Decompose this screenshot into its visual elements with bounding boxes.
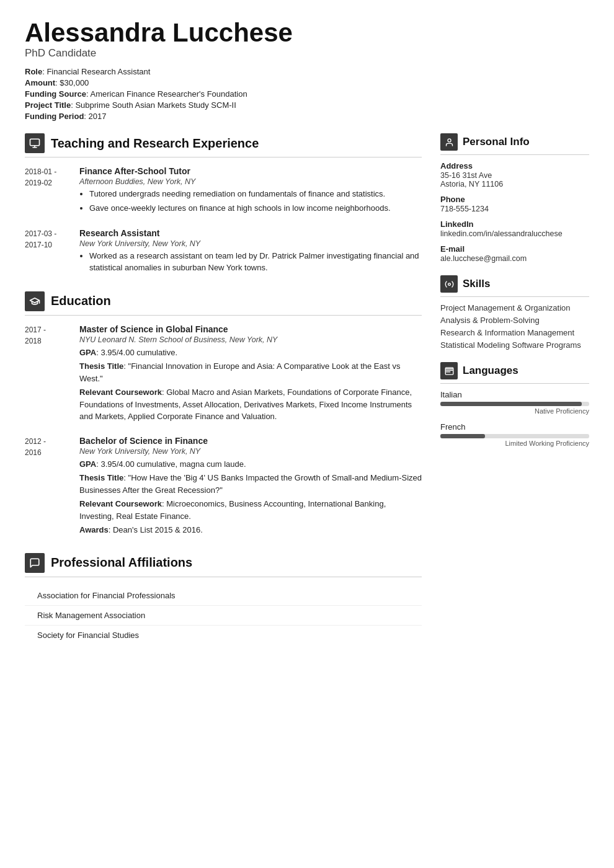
affiliations-section-title: Professional Affiliations	[51, 556, 192, 570]
affiliations-icon	[25, 553, 45, 573]
language-italian: Italian Native Proficiency	[440, 390, 589, 415]
personal-icon	[440, 133, 458, 151]
teaching-icon	[25, 133, 45, 153]
affiliations-section: Professional Affiliations Association fo…	[25, 553, 422, 645]
lang-bar-fill-french	[440, 434, 485, 438]
affiliation-2: Risk Management Association	[25, 606, 422, 626]
entry-date-2: 2017-03 -2017-10	[25, 228, 69, 277]
right-column: Personal Info Address 35-16 31st AveAsto…	[440, 133, 589, 659]
header-meta: Role: Financial Research Assistant Amoun…	[25, 67, 589, 121]
teaching-entry-2: 2017-03 -2017-10 Research Assistant New …	[25, 228, 422, 277]
affiliation-1: Association for Financial Professionals	[25, 586, 422, 606]
skills-icon	[440, 275, 458, 293]
amount-label: Amount	[25, 78, 55, 87]
edu-body-2: GPA: 3.95/4.00 cumulative, magna cum lau…	[79, 458, 422, 536]
edu-content-1: Master of Science in Global Finance NYU …	[79, 324, 422, 425]
entry-bullets-2: Worked as a research assistant on team l…	[89, 250, 422, 274]
languages-icon	[440, 362, 458, 379]
funding-value: American Finance Researcher's Foundation	[90, 89, 247, 99]
entry-org-1: Afternoon Buddies, New York, NY	[79, 177, 422, 186]
linkedin-label: LinkedIn	[440, 219, 589, 229]
project-value: Subprime South Asian Markets Study SCM-I…	[75, 100, 236, 110]
bullet-1-2: Gave once-weekly lectures on finance at …	[89, 203, 422, 215]
edu-title-2: Bachelor of Science in Finance	[79, 436, 422, 446]
languages-section-title: Languages	[463, 365, 518, 377]
personal-section-title: Personal Info	[463, 136, 530, 148]
affiliation-3: Society for Financial Studies	[25, 626, 422, 645]
edu-date-2: 2012 -2016	[25, 436, 69, 538]
left-column: Teaching and Research Experience 2018-01…	[25, 133, 422, 659]
skill-3: Research & Information Management	[440, 328, 589, 337]
funding-label: Funding Source	[25, 89, 86, 99]
entry-title-2: Research Assistant	[79, 228, 422, 238]
amount-value: $30,000	[60, 78, 89, 87]
bullet-2-1: Worked as a research assistant on team l…	[89, 250, 422, 274]
email-value: ale.lucchese@gmail.com	[440, 254, 589, 263]
linkedin-block: LinkedIn linkedin.com/in/alessandralucch…	[440, 219, 589, 238]
period-label: Funding Period	[25, 112, 84, 121]
teaching-entry-1: 2018-01 -2019-02 Finance After-School Tu…	[25, 166, 422, 217]
role-value: Financial Research Assistant	[47, 67, 150, 76]
edu-org-2: New York University, New York, NY	[79, 447, 422, 456]
edu-date-1: 2017 -2018	[25, 324, 69, 425]
candidate-name: Alessandra Lucchese	[25, 19, 589, 47]
language-french: French Limited Working Proficiency	[440, 422, 589, 447]
edu-content-2: Bachelor of Science in Finance New York …	[79, 436, 422, 538]
skill-4: Statistical Modeling Software Programs	[440, 340, 589, 350]
project-label: Project Title	[25, 100, 71, 110]
svg-point-3	[448, 139, 451, 142]
address-value: 35-16 31st AveAstoria, NY 11106	[440, 171, 589, 188]
address-label: Address	[440, 161, 589, 170]
period-value: 2017	[89, 112, 107, 121]
role-label: Role	[25, 67, 42, 76]
teaching-section: Teaching and Research Experience 2018-01…	[25, 133, 422, 276]
edu-title-1: Master of Science in Global Finance	[79, 324, 422, 334]
teaching-section-title: Teaching and Research Experience	[51, 136, 259, 151]
edu-org-1: NYU Leonard N. Stern School of Business,…	[79, 335, 422, 344]
skill-2: Analysis & Problem-Solving	[440, 316, 589, 325]
education-entry-1: 2017 -2018 Master of Science in Global F…	[25, 324, 422, 425]
lang-name-french: French	[440, 422, 589, 432]
linkedin-value: linkedin.com/in/alessandralucchese	[440, 229, 589, 238]
svg-rect-0	[30, 139, 40, 146]
resume-header: Alessandra Lucchese PhD Candidate Role: …	[25, 19, 589, 121]
entry-title-1: Finance After-School Tutor	[79, 166, 422, 176]
entry-bullets-1: Tutored undergrads needing remediation o…	[89, 188, 422, 215]
education-icon	[25, 291, 45, 311]
lang-level-italian: Native Proficiency	[440, 407, 589, 415]
education-section: Education 2017 -2018 Master of Science i…	[25, 291, 422, 538]
phone-block: Phone 718-555-1234	[440, 195, 589, 213]
personal-info-section: Personal Info Address 35-16 31st AveAsto…	[440, 133, 589, 263]
entry-org-2: New York University, New York, NY	[79, 239, 422, 248]
svg-point-4	[448, 283, 450, 285]
education-section-title: Education	[51, 294, 111, 308]
lang-bar-fill-italian	[440, 402, 582, 406]
lang-bar-bg-italian	[440, 402, 589, 406]
email-label: E-mail	[440, 244, 589, 254]
phone-label: Phone	[440, 195, 589, 204]
skill-1: Project Management & Organization	[440, 303, 589, 312]
bullet-1-1: Tutored undergrads needing remediation o…	[89, 188, 422, 200]
skills-section-title: Skills	[463, 278, 490, 290]
edu-body-1: GPA: 3.95/4.00 cumulative. Thesis Title:…	[79, 347, 422, 423]
candidate-title: PhD Candidate	[25, 47, 589, 60]
lang-name-italian: Italian	[440, 390, 589, 399]
education-entry-2: 2012 -2016 Bachelor of Science in Financ…	[25, 436, 422, 538]
skills-section: Skills Project Management & Organization…	[440, 275, 589, 350]
lang-level-french: Limited Working Proficiency	[440, 440, 589, 447]
email-block: E-mail ale.lucchese@gmail.com	[440, 244, 589, 263]
phone-value: 718-555-1234	[440, 205, 589, 213]
languages-section: Languages Italian Native Proficiency Fre…	[440, 362, 589, 447]
address-block: Address 35-16 31st AveAstoria, NY 11106	[440, 161, 589, 188]
entry-content-2: Research Assistant New York University, …	[79, 228, 422, 277]
entry-date-1: 2018-01 -2019-02	[25, 166, 69, 217]
lang-bar-bg-french	[440, 434, 589, 438]
entry-content-1: Finance After-School Tutor Afternoon Bud…	[79, 166, 422, 217]
